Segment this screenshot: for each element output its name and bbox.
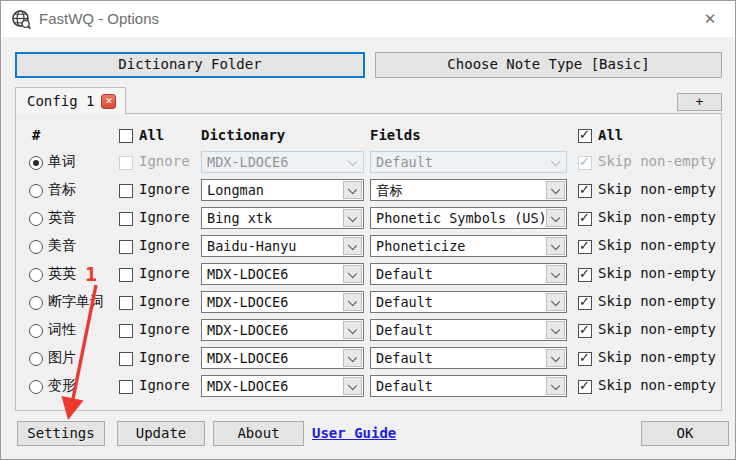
chevron-down-icon[interactable] <box>343 377 362 395</box>
skip-label: Skip non-empty <box>598 153 716 169</box>
row-label: 图片 <box>48 349 76 367</box>
skip-checkbox[interactable] <box>578 184 592 198</box>
fields-select[interactable]: Phonetic Symbols (US) <box>370 207 567 229</box>
dictionary-select[interactable]: MDX-LDOCE6 <box>201 291 364 313</box>
word-field-radio[interactable] <box>29 324 43 338</box>
dictionary-select[interactable]: MDX-LDOCE6 <box>201 347 364 369</box>
chevron-down-icon[interactable] <box>546 153 565 171</box>
add-config-tab-button[interactable]: + <box>677 93 722 111</box>
fields-select[interactable]: Default <box>370 319 567 341</box>
ignore-checkbox[interactable] <box>119 352 133 366</box>
fields-select-value: Default <box>376 378 433 394</box>
ignore-checkbox[interactable] <box>119 240 133 254</box>
row-label: 英英 <box>48 265 76 283</box>
skip-label: Skip non-empty <box>598 349 716 365</box>
skip-checkbox[interactable] <box>578 156 592 170</box>
chevron-down-icon[interactable] <box>546 349 565 367</box>
chevron-down-icon[interactable] <box>343 265 362 283</box>
row-label: 词性 <box>48 321 76 339</box>
skip-checkbox[interactable] <box>578 352 592 366</box>
ok-button[interactable]: OK <box>641 421 729 446</box>
config-row: 美音 Ignore Baidu-Hanyu Phoneticize Skip n… <box>16 233 721 261</box>
dictionary-select[interactable]: MDX-LDOCE6 <box>201 263 364 285</box>
chevron-down-icon[interactable] <box>546 181 565 199</box>
word-field-radio[interactable] <box>29 380 43 394</box>
update-button[interactable]: Update <box>117 421 205 446</box>
word-field-radio[interactable] <box>29 352 43 366</box>
chevron-down-icon[interactable] <box>546 209 565 227</box>
ignore-checkbox[interactable] <box>119 296 133 310</box>
dictionary-folder-button[interactable]: Dictionary Folder <box>15 52 365 78</box>
skip-checkbox[interactable] <box>578 212 592 226</box>
dictionary-select[interactable]: MDX-LDOCE6 <box>201 151 364 173</box>
dictionary-select[interactable]: MDX-LDOCE6 <box>201 319 364 341</box>
fields-select[interactable]: Default <box>370 151 567 173</box>
ignore-label: Ignore <box>139 153 190 169</box>
ignore-label: Ignore <box>139 321 190 337</box>
ignore-checkbox[interactable] <box>119 212 133 226</box>
chevron-down-icon[interactable] <box>343 293 362 311</box>
fields-select-value: Default <box>376 322 433 338</box>
chevron-down-icon[interactable] <box>343 237 362 255</box>
dictionary-select[interactable]: MDX-LDOCE6 <box>201 375 364 397</box>
word-field-radio[interactable] <box>29 184 43 198</box>
chevron-down-icon[interactable] <box>546 265 565 283</box>
fields-select-value: Default <box>376 154 433 170</box>
skip-checkbox[interactable] <box>578 324 592 338</box>
ignore-label: Ignore <box>139 349 190 365</box>
chevron-down-icon[interactable] <box>546 237 565 255</box>
fields-select-value: Phonetic Symbols (US) <box>376 210 547 226</box>
fields-select[interactable]: 音标 <box>370 179 567 201</box>
window-close-icon[interactable]: ✕ <box>695 1 725 37</box>
settings-button[interactable]: Settings <box>17 421 105 446</box>
window-title: FastWQ - Options <box>39 1 159 37</box>
ignore-checkbox[interactable] <box>119 156 133 170</box>
word-field-radio[interactable] <box>29 240 43 254</box>
fields-select[interactable]: Phoneticize <box>370 235 567 257</box>
chevron-down-icon[interactable] <box>546 377 565 395</box>
fields-select[interactable]: Default <box>370 347 567 369</box>
skip-checkbox[interactable] <box>578 296 592 310</box>
chevron-down-icon[interactable] <box>343 181 362 199</box>
all-ignore-checkbox[interactable] <box>119 129 133 143</box>
ignore-checkbox[interactable] <box>119 184 133 198</box>
fields-select[interactable]: Default <box>370 263 567 285</box>
word-field-radio[interactable] <box>29 156 43 170</box>
fields-select-value: Default <box>376 294 433 310</box>
tab-config-1[interactable]: Config 1 ✕ <box>15 87 126 114</box>
fields-select[interactable]: Default <box>370 291 567 313</box>
skip-checkbox[interactable] <box>578 240 592 254</box>
about-button[interactable]: About <box>213 421 304 446</box>
dictionary-select-value: Baidu-Hanyu <box>207 238 296 254</box>
skip-checkbox[interactable] <box>578 380 592 394</box>
ignore-checkbox[interactable] <box>119 268 133 282</box>
word-field-radio[interactable] <box>29 212 43 226</box>
ignore-checkbox[interactable] <box>119 324 133 338</box>
chevron-down-icon[interactable] <box>546 293 565 311</box>
chevron-down-icon[interactable] <box>343 321 362 339</box>
chevron-down-icon[interactable] <box>343 153 362 171</box>
dictionary-select[interactable]: Baidu-Hanyu <box>201 235 364 257</box>
ignore-label: Ignore <box>139 293 190 309</box>
ignore-label: Ignore <box>139 377 190 393</box>
dictionary-select[interactable]: Longman <box>201 179 364 201</box>
tab-close-icon[interactable]: ✕ <box>101 94 116 109</box>
config-rows: 单词 Ignore MDX-LDOCE6 Default Skip non-em… <box>16 149 721 401</box>
chevron-down-icon[interactable] <box>343 349 362 367</box>
column-header-all-right: All <box>598 127 623 143</box>
word-field-radio[interactable] <box>29 296 43 310</box>
skip-checkbox[interactable] <box>578 268 592 282</box>
user-guide-link[interactable]: User Guide <box>312 421 396 446</box>
ignore-checkbox[interactable] <box>119 380 133 394</box>
chevron-down-icon[interactable] <box>546 321 565 339</box>
all-skip-checkbox[interactable] <box>578 129 592 143</box>
dictionary-select[interactable]: Bing xtk <box>201 207 364 229</box>
row-label: 变形 <box>48 377 76 395</box>
choose-note-type-button[interactable]: Choose Note Type [Basic] <box>375 52 722 78</box>
fields-select[interactable]: Default <box>370 375 567 397</box>
skip-label: Skip non-empty <box>598 377 716 393</box>
chevron-down-icon[interactable] <box>343 209 362 227</box>
word-field-radio[interactable] <box>29 268 43 282</box>
dictionary-select-value: MDX-LDOCE6 <box>207 322 288 338</box>
fields-select-value: Default <box>376 266 433 282</box>
